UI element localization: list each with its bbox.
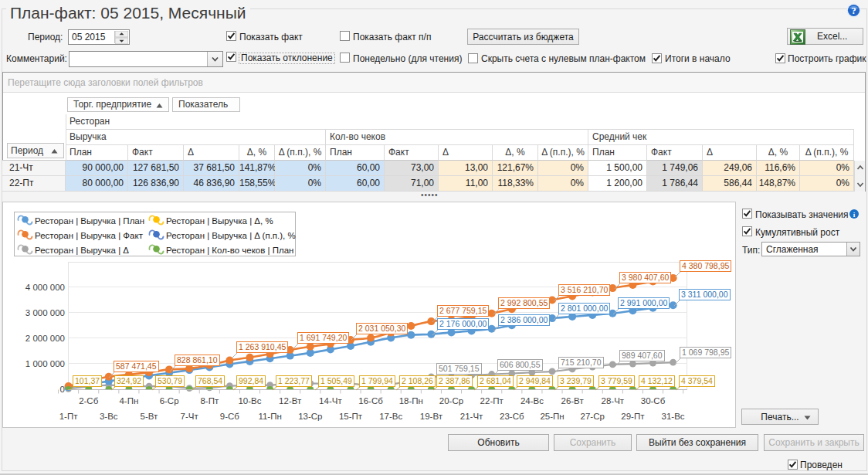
svg-text:19-Вт: 19-Вт xyxy=(420,412,443,421)
svg-text:5-Вт: 5-Вт xyxy=(141,412,159,421)
svg-text:26-Вт: 26-Вт xyxy=(561,396,585,405)
svg-text:18-Пн: 18-Пн xyxy=(399,396,423,405)
svg-text:9-Сб: 9-Сб xyxy=(220,412,240,421)
svg-text:4-Пн: 4-Пн xyxy=(119,396,138,405)
svg-text:25-Пн: 25-Пн xyxy=(540,412,564,421)
svg-text:1 000 000: 1 000 000 xyxy=(25,359,65,368)
svg-text:4 000 000: 4 000 000 xyxy=(25,283,65,292)
svg-text:20-Ср: 20-Ср xyxy=(439,396,463,405)
svg-text:22-Пт: 22-Пт xyxy=(480,396,504,405)
svg-text:12-Вт: 12-Вт xyxy=(279,396,302,405)
svg-text:23-Сб: 23-Сб xyxy=(500,412,524,421)
svg-text:15-Пт: 15-Пт xyxy=(339,412,363,421)
svg-text:10-Вс: 10-Вс xyxy=(238,396,261,405)
svg-text:7-Чт: 7-Чт xyxy=(181,412,199,421)
svg-text:13-Ср: 13-Ср xyxy=(298,412,322,421)
svg-text:27-Ср: 27-Ср xyxy=(581,412,605,421)
svg-text:21-Чт: 21-Чт xyxy=(460,412,483,421)
svg-text:2-Сб: 2-Сб xyxy=(79,396,99,405)
svg-text:16-Сб: 16-Сб xyxy=(358,396,383,405)
svg-text:29-Пт: 29-Пт xyxy=(621,412,645,421)
svg-text:3-Вс: 3-Вс xyxy=(100,412,118,421)
svg-text:14-Чт: 14-Чт xyxy=(319,396,342,405)
svg-text:2 000 000: 2 000 000 xyxy=(25,334,65,343)
svg-text:31-Вс: 31-Вс xyxy=(662,412,685,421)
svg-text:11-Пн: 11-Пн xyxy=(258,412,281,421)
svg-text:0: 0 xyxy=(60,385,65,394)
svg-text:17-Вс: 17-Вс xyxy=(379,412,402,421)
svg-text:24-Вс: 24-Вс xyxy=(520,396,544,405)
svg-text:3 000 000: 3 000 000 xyxy=(25,308,65,317)
svg-text:1-Пт: 1-Пт xyxy=(59,412,78,421)
svg-text:28-Чт: 28-Чт xyxy=(602,396,625,405)
svg-text:6-Ср: 6-Ср xyxy=(160,396,179,405)
svg-text:30-Сб: 30-Сб xyxy=(641,396,666,405)
svg-text:8-Пт: 8-Пт xyxy=(200,396,219,405)
